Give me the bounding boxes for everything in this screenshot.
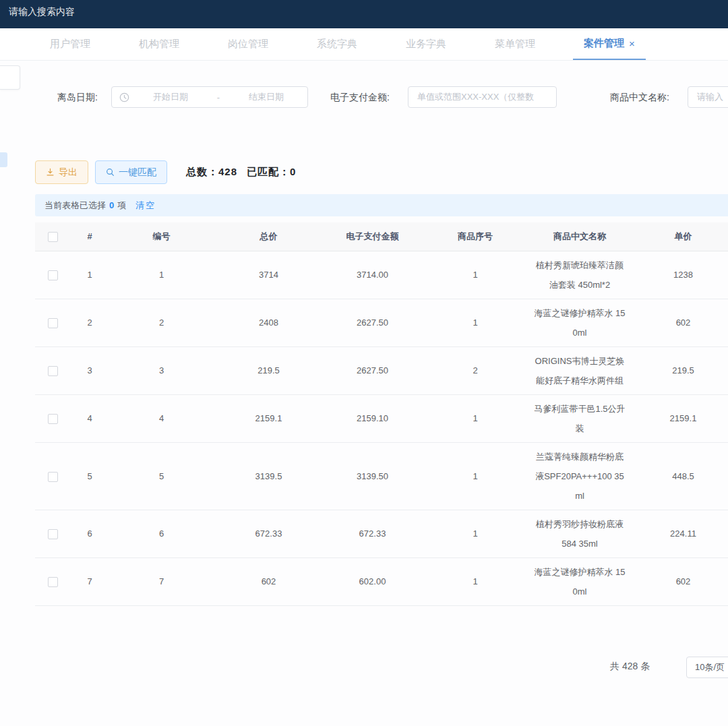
cell-epay: 3139.50 xyxy=(324,442,421,510)
cell-unit: 2159.1 xyxy=(630,394,728,442)
cell-seq: 1 xyxy=(421,299,529,346)
filter-row: 离岛日期: 开始日期 - 结束日期 电子支付金额: 单值或范围XXX-XXX（仅… xyxy=(0,86,728,109)
cell-index: 7 xyxy=(70,557,109,605)
tab-2[interactable]: 机构管理 xyxy=(128,28,190,60)
cell-code: 2 xyxy=(109,299,214,346)
cell-seq: 1 xyxy=(421,394,529,442)
column-header-6: 商品中文名称 xyxy=(529,222,630,251)
cell-name: 海蓝之谜修护精萃水 150ml xyxy=(529,557,630,605)
cell-code: 4 xyxy=(109,394,214,442)
total-value: 428 xyxy=(218,166,237,177)
cell-code: 5 xyxy=(109,442,214,510)
cell-name: 兰蔻菁纯臻颜精华粉底液SPF20PA+++100 35 ml xyxy=(529,442,630,510)
row-checkbox[interactable] xyxy=(48,270,58,280)
clear-selection-link[interactable]: 清空 xyxy=(135,200,156,212)
cell-epay: 602.00 xyxy=(324,557,421,605)
table-row: 66672.33672.331植村秀羽纱持妆粉底液 584 35ml224.11 xyxy=(35,510,728,557)
cell-total: 3714 xyxy=(214,251,324,299)
cell-name: 卡诗菁纯亮泽经典香氛 xyxy=(529,605,630,610)
cell-index: 4 xyxy=(70,394,109,442)
page-size-select[interactable]: 10条/页 xyxy=(686,657,728,678)
tab-label: 菜单管理 xyxy=(495,38,535,51)
row-checkbox[interactable] xyxy=(48,318,58,328)
tab-label: 机构管理 xyxy=(139,38,179,51)
tab-5[interactable]: 业务字典 xyxy=(395,28,457,60)
selection-suffix: 项 xyxy=(117,200,126,212)
cell-epay: 3714.00 xyxy=(324,251,421,299)
select-all-checkbox[interactable] xyxy=(48,232,58,242)
cell-unit: 1238 xyxy=(630,251,728,299)
global-search-input[interactable]: 请输入搜索内容 xyxy=(9,6,75,18)
matched-value: 0 xyxy=(290,166,296,177)
one-click-match-button[interactable]: 一键匹配 xyxy=(95,160,167,184)
cell-seq: 1 xyxy=(421,251,529,299)
search-icon xyxy=(106,168,115,177)
column-header-7: 单价 xyxy=(630,222,728,251)
cell-index: 6 xyxy=(70,510,109,557)
export-button-label: 导出 xyxy=(59,167,78,179)
cell-total: 672.33 xyxy=(214,510,324,557)
cell-index: 8 xyxy=(70,605,109,610)
tab-6[interactable]: 菜单管理 xyxy=(484,28,546,60)
column-header-2: 编号 xyxy=(109,222,214,251)
row-checkbox[interactable] xyxy=(48,529,58,539)
export-button[interactable]: 导出 xyxy=(35,160,88,184)
cell-unit: 473.36 xyxy=(630,605,728,610)
cell-seq: 1 xyxy=(421,605,529,610)
column-header-1: # xyxy=(70,222,109,251)
product-name-label: 商品中文名称: xyxy=(610,86,669,109)
selection-bar: 当前表格已选择 0 项 清空 xyxy=(35,194,728,216)
cell-epay: 2627.50 xyxy=(324,346,421,394)
end-date-placeholder[interactable]: 结束日期 xyxy=(225,91,307,103)
tab-3[interactable]: 岗位管理 xyxy=(217,28,279,60)
clock-icon xyxy=(119,92,129,102)
table-row: 2224082627.501海蓝之谜修护精萃水 150ml602 xyxy=(35,299,728,346)
page: 请输入搜索内容 用户管理机构管理岗位管理系统字典业务字典菜单管理案件管理× 离岛… xyxy=(0,0,728,726)
top-navbar: 请输入搜索内容 xyxy=(0,0,728,28)
cell-total: 602 xyxy=(214,557,324,605)
product-name-input[interactable]: 请输入 xyxy=(688,86,728,108)
cell-total: 219.5 xyxy=(214,346,324,394)
start-date-placeholder[interactable]: 开始日期 xyxy=(129,91,212,103)
row-checkbox[interactable] xyxy=(48,366,58,376)
cell-code: 7 xyxy=(109,557,214,605)
table-row: 442159.12159.101马爹利蓝带干邑1.5公升装2159.1 xyxy=(35,394,728,442)
tab-label: 业务字典 xyxy=(406,38,446,51)
cell-seq: 1 xyxy=(421,557,529,605)
tab-7[interactable]: 案件管理× xyxy=(573,28,646,60)
toolbar: 导出 一键匹配 总数：428已匹配：0 xyxy=(35,160,296,184)
table-row: 77602602.001海蓝之谜修护精萃水 150ml602 xyxy=(35,557,728,605)
cell-index: 2 xyxy=(70,299,109,346)
epay-amount-input[interactable]: 单值或范围XXX-XXX（仅整数 xyxy=(408,86,557,108)
tab-label: 系统字典 xyxy=(317,38,357,51)
cell-index: 5 xyxy=(70,442,109,510)
cell-total: 2159.1 xyxy=(214,394,324,442)
row-checkbox[interactable] xyxy=(48,577,58,587)
cell-seq: 1 xyxy=(421,510,529,557)
tab-1[interactable]: 用户管理 xyxy=(39,28,101,60)
date-range-input[interactable]: 开始日期 - 结束日期 xyxy=(111,86,308,108)
cell-name: 植村秀羽纱持妆粉底液 584 35ml xyxy=(529,510,630,557)
date-separator: - xyxy=(212,92,225,102)
cell-total: 2408 xyxy=(214,299,324,346)
selection-prefix: 当前表格已选择 xyxy=(44,200,106,212)
tab-label: 用户管理 xyxy=(50,38,90,51)
left-button-fragment xyxy=(0,152,7,167)
selection-count: 0 xyxy=(109,200,114,210)
tab-4[interactable]: 系统字典 xyxy=(306,28,368,60)
tab-close-icon[interactable]: × xyxy=(629,38,635,49)
cell-epay: 1893.47 xyxy=(324,605,421,610)
cell-unit: 219.5 xyxy=(630,346,728,394)
matched-label: 已匹配： xyxy=(247,166,290,177)
pagination-total: 共 428 条 xyxy=(610,661,650,673)
row-checkbox[interactable] xyxy=(48,414,58,424)
data-table: #编号总价电子支付金额商品序号商品中文名称单价 1137143714.001植村… xyxy=(35,222,728,610)
table-row: 1137143714.001植村秀新琥珀臻萃洁颜油套装 450ml*21238 xyxy=(35,251,728,299)
cell-index: 3 xyxy=(70,346,109,394)
cell-unit: 602 xyxy=(630,557,728,605)
total-label: 总数： xyxy=(186,166,218,177)
cell-epay: 2159.10 xyxy=(324,394,421,442)
row-checkbox[interactable] xyxy=(48,472,58,482)
cell-unit: 448.5 xyxy=(630,442,728,510)
cell-epay: 2627.50 xyxy=(324,299,421,346)
